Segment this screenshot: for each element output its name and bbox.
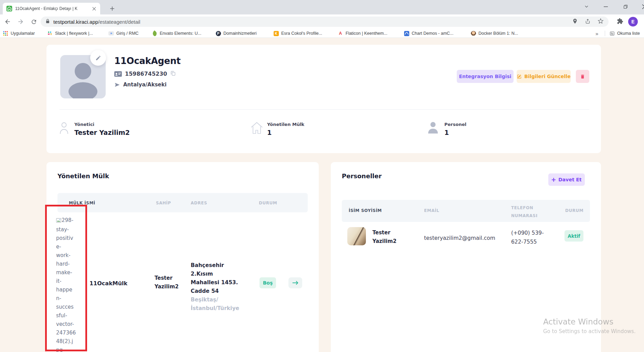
- reading-list-button[interactable]: Okuma liste: [609, 29, 640, 38]
- alt-line: make-: [56, 268, 85, 277]
- extensions-puzzle-icon[interactable]: [617, 18, 623, 26]
- alt-line: stay-: [56, 225, 85, 234]
- bookmarks-overflow-chevron[interactable]: »: [595, 29, 598, 38]
- reading-list-label: Okuma liste: [617, 31, 640, 36]
- bookmark-chart-demos[interactable]: Chart Demos - amC...: [404, 29, 454, 38]
- bookmark-envato[interactable]: Envato Elements: U...: [152, 29, 201, 38]
- bookmark-flaticon[interactable]: A Flaticon | Keenthem...: [338, 29, 387, 38]
- personnel-person-icon: [427, 121, 439, 134]
- k-square-icon: K: [273, 31, 279, 36]
- bookmark-esra-profile[interactable]: K Esra Cokol's Profile...: [273, 29, 322, 38]
- activate-windows-subtext: Go to Settings to activate Windows.: [543, 328, 636, 334]
- window-minimize-button[interactable]: [601, 2, 611, 11]
- manager-label: Yönetici: [74, 122, 94, 127]
- alt-line: 48(2).j: [56, 337, 85, 346]
- section-divider: [60, 109, 589, 110]
- column-header-isim-soyisim: İSİM SOYİSİM: [349, 208, 382, 213]
- bookmark-domainhizmetleri[interactable]: P Domainhizmetleri: [215, 29, 257, 38]
- site-favicon-icon: [6, 6, 12, 12]
- edit-avatar-button[interactable]: [90, 50, 106, 66]
- bookmarks-separator: [605, 31, 605, 36]
- window-close-button[interactable]: [640, 2, 644, 11]
- copy-icon[interactable]: [170, 70, 176, 77]
- forward-button[interactable]: [17, 18, 25, 26]
- bookmark-label: Giriş / RMC: [116, 31, 139, 36]
- staff-name: Tester Yazilim2: [372, 228, 397, 246]
- property-detail-arrow-button[interactable]: [288, 277, 302, 288]
- id-card-icon: [114, 71, 122, 77]
- lock-icon[interactable]: [45, 19, 50, 25]
- arrow-right-icon: [292, 280, 299, 286]
- agent-location: Antalya/Akseki: [123, 82, 167, 88]
- amcharts-icon: [404, 31, 409, 36]
- bookmark-star-icon[interactable]: [598, 18, 604, 25]
- column-header-adres: ADRES: [191, 201, 207, 205]
- column-header-durum: DURUM: [565, 208, 583, 213]
- bookmark-slack[interactable]: Slack | flexywork |...: [47, 29, 93, 38]
- address-bar[interactable]: testportal.kiraci.app/estateagent/detail: [41, 17, 609, 27]
- staff-avatar-photo: [347, 227, 366, 245]
- location-pin-icon[interactable]: [572, 18, 578, 25]
- reading-list-icon: [609, 31, 615, 36]
- reload-button[interactable]: [30, 18, 38, 26]
- window-restore-button[interactable]: [621, 2, 630, 11]
- invite-label: Davet Et: [558, 177, 582, 182]
- rmc-icon: »: [108, 31, 114, 36]
- tab-close-icon[interactable]: [91, 6, 97, 11]
- bookmark-label: Envato Elements: U...: [160, 31, 201, 36]
- alt-line: positiv: [56, 234, 85, 243]
- navigation-icon: [114, 82, 120, 88]
- agent-profile-card: 11OcakAgent 15986745230 Antalya/Akseki E…: [46, 45, 601, 153]
- column-header-durum: DURUM: [259, 201, 277, 205]
- bookmark-label: Esra Cokol's Profile...: [281, 31, 322, 36]
- house-icon: [250, 120, 264, 135]
- manager-value: Tester Yazilim2: [74, 129, 130, 136]
- bookmark-docker-bolum[interactable]: Docker Bölüm 1: N...: [471, 29, 518, 38]
- bookmarks-bar: Uygulamalar Slack | flexywork |... » Gir…: [0, 29, 644, 38]
- alt-line: succes: [56, 303, 85, 311]
- trash-icon: [580, 74, 585, 79]
- share-icon[interactable]: [585, 18, 591, 25]
- tab-title: 11OcakAgent - Emlakçı Detayı | K: [15, 6, 91, 11]
- browser-profile-avatar[interactable]: E: [628, 17, 638, 26]
- url-path: /estateagent/detail: [98, 19, 140, 25]
- bookmark-label: Docker Bölüm 1: N...: [478, 31, 518, 36]
- bookmark-apps[interactable]: Uygulamalar: [3, 29, 35, 38]
- address-subline: İstanbul/Türkiye: [191, 304, 243, 313]
- integration-info-button[interactable]: Entegrasyon Bilgisi: [457, 70, 514, 83]
- browser-tab[interactable]: 11OcakAgent - Emlakçı Detayı | K: [3, 3, 100, 14]
- property-image-broken-alt: 298- stay- positiv e- work- hard- make- …: [56, 216, 85, 352]
- new-tab-button[interactable]: [108, 4, 116, 13]
- bookmark-giris-rmc[interactable]: » Giriş / RMC: [108, 29, 139, 38]
- staff-email: testeryazilim2@gmail.com: [424, 234, 495, 243]
- bookmark-label: Flaticon | Keenthem...: [346, 31, 387, 36]
- flaticon-icon: A: [338, 31, 343, 36]
- personnel-label: Personel: [444, 122, 466, 127]
- agent-name: 11OcakAgent: [114, 56, 181, 66]
- column-header-telefon: TELEFON NUMARASI: [511, 204, 546, 220]
- alt-line: vector-: [56, 320, 85, 329]
- integration-info-label: Entegrasyon Bilgisi: [459, 74, 511, 79]
- browser-tab-strip: 11OcakAgent - Emlakçı Detayı | K: [0, 0, 644, 14]
- property-status-badge: Boş: [260, 277, 276, 288]
- column-header-mulk-ismi: MÜLK İSMİ: [69, 201, 95, 205]
- address-line: Bahçesehir 2.Kısım: [191, 261, 243, 278]
- agent-location-row: Antalya/Akseki: [114, 82, 167, 88]
- apps-grid-icon: [3, 31, 8, 36]
- alt-line: n-: [56, 294, 85, 303]
- column-header-sahip: SAHİP: [156, 201, 171, 205]
- delete-agent-button[interactable]: [576, 70, 589, 83]
- alt-line: e-: [56, 243, 85, 251]
- properties-label: Yönetilen Mülk: [267, 122, 304, 127]
- agent-phone-row: 15986745230: [114, 70, 176, 77]
- invite-button[interactable]: Davet Et: [548, 173, 585, 186]
- tab-search-chevron-icon[interactable]: [582, 2, 591, 11]
- alt-line: sful-: [56, 311, 85, 320]
- staff-phone: (+090) 539-622-7555: [511, 228, 550, 246]
- back-button[interactable]: [3, 18, 12, 26]
- envato-leaf-icon: [152, 31, 157, 36]
- update-info-button[interactable]: Bilgileri Güncelle: [517, 70, 571, 83]
- browser-toolbar: testportal.kiraci.app/estateagent/detail…: [0, 14, 644, 29]
- bookmark-label: Slack | flexywork |...: [55, 31, 93, 36]
- property-address: Bahçesehir 2.Kısım Mahallesi 1453. Cadde…: [191, 261, 243, 313]
